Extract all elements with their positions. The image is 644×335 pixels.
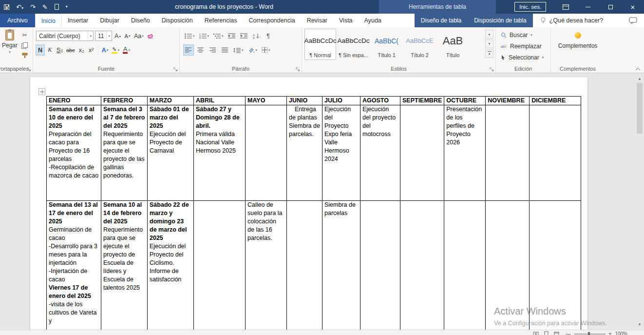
tab-disposicion[interactable]: Disposición <box>156 14 199 27</box>
select-button[interactable]: Seleccionar ▾ <box>496 53 550 62</box>
calendar-cell[interactable]: Semana 10 al 14 de febrero del 2025Reque… <box>101 201 148 330</box>
cut-button[interactable]: ✂ <box>22 32 27 39</box>
tab-archivo[interactable]: Archivo <box>0 14 35 27</box>
minimize-button[interactable] <box>577 0 599 14</box>
tell-me-box[interactable]: ¿Qué desea hacer? <box>540 14 604 27</box>
align-left-button[interactable] <box>184 45 193 55</box>
scroll-up-arrow-icon[interactable]: ▲ <box>636 75 644 82</box>
style-titulo-1[interactable]: AaBbC( Título 1 <box>371 29 402 60</box>
zoom-out-icon[interactable]: — <box>566 331 571 335</box>
calendar-cell[interactable]: Sábado 22 de marzo y domingo 23 de marzo… <box>148 201 194 330</box>
month-header[interactable]: AGOSTO <box>360 97 400 105</box>
calendar-cell[interactable] <box>246 105 287 201</box>
style-normal[interactable]: AaBbCcDc ¶ Normal <box>304 29 336 60</box>
tab-dibujar[interactable]: Dibujar <box>94 14 125 27</box>
gallery-up-button[interactable]: ▴ <box>485 30 493 39</box>
zoom-slider-thumb[interactable] <box>588 332 590 335</box>
calendar-cell[interactable] <box>194 201 246 330</box>
decrease-indent-button[interactable] <box>227 31 237 41</box>
calendar-cell[interactable]: Semana del 13 al 17 de enero del 2025Ger… <box>47 201 101 330</box>
read-mode-icon[interactable] <box>533 332 539 335</box>
customize-toolbar-chevron-icon[interactable]: ▾ <box>66 5 68 9</box>
gallery-down-button[interactable]: ▾ <box>485 39 493 48</box>
text-effects-button[interactable]: A▾ <box>101 45 110 55</box>
redo-icon[interactable]: ↷ <box>30 4 36 10</box>
bullets-button[interactable]: ▾ <box>184 31 196 41</box>
superscript-button[interactable]: x² <box>87 45 95 55</box>
month-header[interactable]: MARZO <box>148 97 194 105</box>
page[interactable]: ENEROFEBREROMARZOABRILMAYOJUNIOJULIOAGOS… <box>30 77 587 330</box>
dialog-launcher-icon[interactable] <box>490 67 494 72</box>
style-titulo-2[interactable]: AaBbCcE Título 2 <box>404 29 436 60</box>
calendar-cell[interactable] <box>486 201 530 330</box>
calendar-cell[interactable] <box>486 105 530 201</box>
shrink-font-button[interactable]: A▾ <box>123 31 132 41</box>
calendar-cell[interactable]: Presentación de los perfiles de Proyecto… <box>444 105 486 201</box>
strikethrough-button[interactable]: abc <box>65 45 76 55</box>
tab-vista[interactable]: Vista <box>333 14 359 27</box>
comments-button[interactable] <box>629 14 637 27</box>
copy-button[interactable] <box>21 42 28 49</box>
calendar-cell[interactable] <box>530 105 581 201</box>
shading-button[interactable]: ▾ <box>247 45 259 55</box>
calendar-cell[interactable]: Ejecución del Proyecto Expo feria Valle … <box>322 105 360 201</box>
tab-disposicion-de-tabla[interactable]: Disposición de tabla <box>468 14 532 27</box>
scrollbar-thumb[interactable] <box>637 83 643 134</box>
calendar-cell[interactable]: Sábado 01 de marzo del 2025Ejecución del… <box>148 105 194 201</box>
change-case-button[interactable]: Aa▾ <box>133 31 145 41</box>
zoom-level[interactable]: 100% <box>615 331 627 335</box>
month-header[interactable]: JULIO <box>322 97 360 105</box>
ribbon-display-options-button[interactable] <box>554 0 577 14</box>
multilevel-list-button[interactable]: ▾ <box>212 31 225 41</box>
format-painter-button[interactable] <box>22 53 28 59</box>
calendar-cell[interactable] <box>444 201 486 330</box>
tab-correspondencia[interactable]: Correspondencia <box>243 14 301 27</box>
web-layout-icon[interactable] <box>554 332 559 335</box>
vertical-scrollbar[interactable]: ▲ ▼ <box>636 75 644 328</box>
dialog-launcher-icon[interactable] <box>27 67 31 72</box>
month-header[interactable]: SEPTIEMBRE <box>400 97 444 105</box>
font-size-combo[interactable]: 11 ▾ <box>95 31 112 41</box>
calendar-cell[interactable] <box>360 201 400 330</box>
find-button[interactable]: Buscar ▾ <box>496 30 550 40</box>
clear-formatting-button[interactable] <box>146 31 155 41</box>
scroll-down-arrow-icon[interactable]: ▼ <box>636 321 644 328</box>
increase-indent-button[interactable] <box>239 31 249 41</box>
month-header[interactable]: ENERO <box>47 97 101 105</box>
grow-font-button[interactable]: A▴ <box>114 31 122 41</box>
font-family-combo[interactable]: Calibri (Cuerpo) ▾ <box>36 31 94 41</box>
tab-inicio[interactable]: Inicio <box>35 14 62 27</box>
month-header[interactable]: NOVIEMBRE <box>486 97 530 105</box>
align-center-button[interactable] <box>196 45 206 55</box>
calendar-cell[interactable] <box>400 201 444 330</box>
gallery-more-button[interactable]: ▾ <box>485 49 493 58</box>
style-titulo[interactable]: AaB Título <box>437 29 469 60</box>
collapse-ribbon-chevron-icon[interactable] <box>635 67 641 71</box>
replace-button[interactable]: ab Reemplazar <box>496 41 550 51</box>
numbering-button[interactable]: 123▾ <box>198 31 210 41</box>
month-header[interactable]: MAYO <box>246 97 287 105</box>
calendar-cell[interactable]: Semana del 6 al 10 de enero del 2025Prep… <box>47 105 101 201</box>
sort-button[interactable]: AZ <box>251 31 261 41</box>
bold-button[interactable]: N <box>36 45 44 55</box>
highlight-color-button[interactable]: ✎▾ <box>111 45 120 55</box>
zoom-slider[interactable] <box>574 334 606 335</box>
month-header[interactable]: DICIEMBRE <box>530 97 581 105</box>
style-sin-espaciado[interactable]: AaBbCcDc ¶ Sin espa... <box>338 29 369 60</box>
underline-button[interactable]: S▾ <box>56 45 64 55</box>
align-right-button[interactable] <box>208 45 218 55</box>
close-button[interactable]: × <box>622 0 644 14</box>
pen-icon[interactable]: ✎ <box>42 4 48 10</box>
save-icon[interactable] <box>4 4 9 10</box>
tab-ayuda[interactable]: Ayuda <box>359 14 387 27</box>
font-color-button[interactable]: A▾ <box>122 45 131 55</box>
calendar-cell[interactable] <box>287 201 322 330</box>
sign-in-button[interactable]: Inic. ses. <box>514 2 546 12</box>
borders-button[interactable]: ▾ <box>261 45 271 55</box>
calendar-cell[interactable]: Siembra de parcelas <box>322 201 360 330</box>
month-header[interactable]: ABRIL <box>194 97 246 105</box>
zoom-in-icon[interactable]: + <box>609 331 612 335</box>
maximize-button[interactable] <box>599 0 622 14</box>
calendar-cell[interactable] <box>530 201 581 330</box>
dialog-launcher-icon[interactable] <box>173 67 178 72</box>
